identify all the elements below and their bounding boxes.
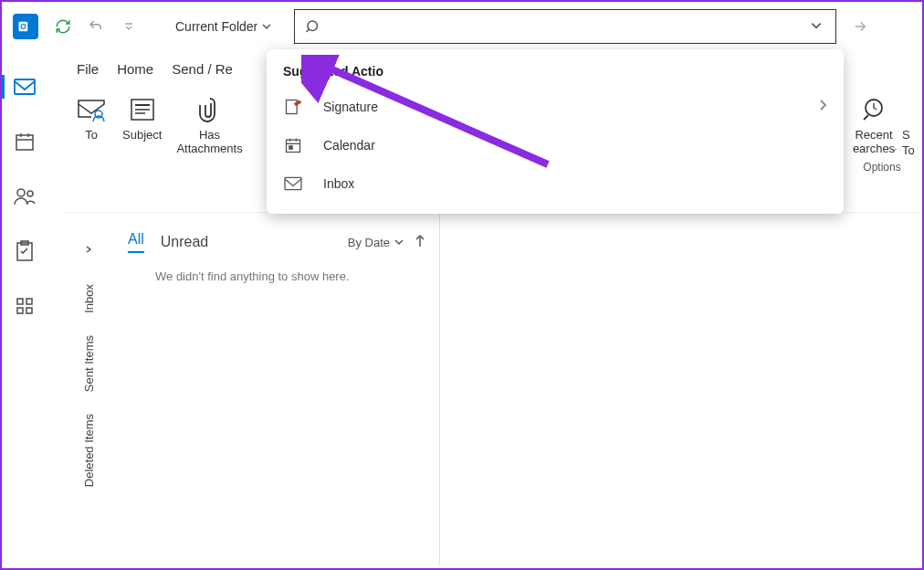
inbox-icon [283,174,303,194]
svg-rect-24 [26,299,32,304]
ribbon-recent-searches-button[interactable]: Recent earches [849,95,898,157]
chevron-down-icon [261,21,272,32]
signature-icon [283,97,303,117]
filter-tab-all[interactable]: All [128,231,144,253]
svg-text:O: O [20,23,26,31]
search-box[interactable] [294,9,836,44]
suggestion-label: Inbox [323,176,354,191]
svg-line-4 [307,29,310,32]
svg-point-20 [27,191,33,196]
suggestion-signature[interactable]: Signature [267,88,844,126]
tab-file[interactable]: File [77,61,99,77]
search-input[interactable] [322,19,806,34]
refresh-icon[interactable] [49,13,77,40]
svg-rect-28 [287,140,300,152]
undo-icon[interactable] [82,13,110,40]
subject-icon [126,95,159,124]
svg-rect-12 [16,135,33,150]
rail-calendar[interactable] [2,124,47,159]
ribbon-subject-button[interactable]: Subject [122,95,162,142]
arrow-up-icon [414,234,426,248]
expand-folder-pane[interactable] [76,237,101,262]
suggestion-calendar[interactable]: Calendar [267,126,844,164]
tools-icon [902,95,915,124]
sort-label: By Date [348,236,390,249]
tab-send-receive[interactable]: Send / Re [172,61,233,77]
svg-rect-23 [17,299,23,304]
search-options-chevron[interactable] [806,19,826,35]
suggestion-inbox[interactable]: Inbox [267,164,844,203]
rail-todo[interactable] [2,234,47,269]
search-icon [304,18,322,35]
suggestion-label: Calendar [323,138,375,153]
ribbon-attachments-label: Has Attachments [176,128,242,155]
svg-rect-33 [285,177,301,189]
reading-pane [440,213,920,566]
folder-sent-items[interactable]: Sent Items [82,335,96,392]
search-go-button[interactable] [844,10,877,43]
rail-people[interactable] [2,179,47,214]
ribbon-attachments-button[interactable]: Has Attachments [176,95,242,155]
customize-qat-icon[interactable] [115,13,142,40]
filter-tab-unread[interactable]: Unread [161,234,208,250]
chevron-right-icon [818,99,827,115]
attachment-icon [194,95,226,124]
svg-point-19 [17,189,25,196]
search-suggestions-panel: Suggested Actio Signature Calendar Inbox [267,49,844,214]
envelope-person-icon [75,95,108,124]
ribbon-to-button[interactable]: To [75,95,108,142]
folder-inbox[interactable]: Inbox [82,284,96,313]
ribbon-subject-label: Subject [122,128,162,142]
suggestions-header: Suggested Actio [267,64,844,88]
ribbon-options-label: Options [863,157,900,174]
outlook-logo: O [13,14,38,39]
recent-search-icon [857,95,890,124]
svg-point-3 [308,21,318,31]
svg-rect-32 [289,146,292,149]
sort-by-date[interactable]: By Date [348,236,404,249]
rail-apps[interactable] [2,289,47,323]
sort-direction-button[interactable] [414,234,426,251]
calendar-icon [283,135,303,155]
chevron-down-icon [889,146,898,153]
svg-rect-25 [17,308,23,313]
ribbon-to-label: To [85,128,98,142]
tab-home[interactable]: Home [117,61,153,77]
ribbon-search-tools-button[interactable]: S To [902,95,915,157]
suggestion-label: Signature [323,100,378,114]
svg-rect-27 [287,100,298,114]
folder-deleted-items[interactable]: Deleted Items [82,414,96,487]
svg-rect-26 [26,308,32,313]
empty-list-message: We didn't find anything to show here. [128,269,426,283]
search-scope-dropdown[interactable]: Current Folder [164,9,283,44]
chevron-down-icon [394,237,404,248]
search-scope-label: Current Folder [175,19,257,34]
